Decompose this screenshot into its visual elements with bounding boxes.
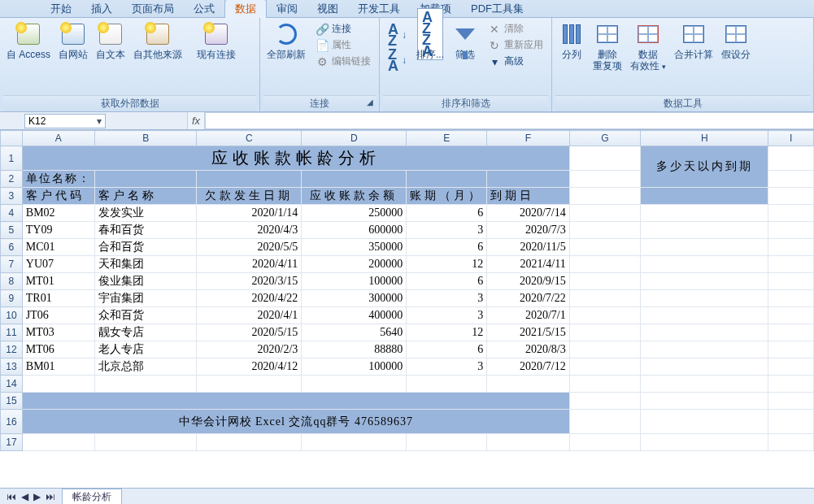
cell[interactable]: 100000 xyxy=(302,273,407,290)
row-header-1[interactable]: 1 xyxy=(1,146,23,171)
cell[interactable] xyxy=(22,376,94,393)
name-box[interactable]: K12▾ xyxy=(24,114,106,128)
cell[interactable]: 2020/9/15 xyxy=(487,273,570,290)
cell[interactable] xyxy=(94,171,197,188)
cell[interactable] xyxy=(768,146,814,171)
cell[interactable]: 2020/11/5 xyxy=(487,239,570,256)
cell[interactable]: 应收账款余额 xyxy=(302,188,407,205)
row-header-6[interactable]: 6 xyxy=(1,239,23,256)
cell[interactable] xyxy=(487,376,570,393)
row-header-11[interactable]: 11 xyxy=(1,324,23,341)
cell[interactable]: 2020/7/22 xyxy=(487,290,570,307)
cell[interactable]: BM01 xyxy=(22,358,94,376)
ribbon-tab-2[interactable]: 页面布局 xyxy=(122,0,184,18)
cell[interactable]: MT03 xyxy=(22,324,94,341)
cell[interactable] xyxy=(569,205,641,222)
consolidate-button[interactable]: 合并计算 xyxy=(671,20,716,62)
cell[interactable] xyxy=(641,290,768,307)
cell[interactable]: 2020/5/15 xyxy=(197,324,302,341)
column-header-B[interactable]: B xyxy=(94,131,197,146)
cell[interactable]: 12 xyxy=(407,256,487,273)
cell[interactable]: 中华会计网校 Excel 交流qq群号 476589637 xyxy=(22,410,569,434)
cell[interactable] xyxy=(641,205,768,222)
cell[interactable] xyxy=(197,376,302,393)
column-header-A[interactable]: A xyxy=(22,131,94,146)
cell[interactable]: 账期（月） xyxy=(407,188,487,205)
cell[interactable]: 6 xyxy=(407,341,487,358)
row-header-4[interactable]: 4 xyxy=(1,205,23,222)
cell[interactable]: 春和百货 xyxy=(94,222,197,239)
cell[interactable]: 俊业集团 xyxy=(94,273,197,290)
row-header-3[interactable]: 3 xyxy=(1,188,23,205)
cell[interactable]: 2020/5/5 xyxy=(197,239,302,256)
cell[interactable]: 2021/4/11 xyxy=(487,256,570,273)
cell[interactable] xyxy=(641,341,768,358)
cell[interactable]: 3 xyxy=(407,307,487,324)
cell[interactable]: 2020/7/14 xyxy=(487,205,570,222)
ribbon-tab-0[interactable]: 开始 xyxy=(41,0,81,18)
cell[interactable] xyxy=(22,393,569,410)
advanced-filter-item[interactable]: ▾高级 xyxy=(486,54,545,69)
connections-item[interactable]: 🔗连接 xyxy=(314,21,372,37)
cell[interactable]: 3 xyxy=(407,290,487,307)
cell[interactable] xyxy=(641,410,768,434)
cell[interactable]: MC01 xyxy=(22,239,94,256)
cell[interactable] xyxy=(768,324,814,341)
cell[interactable]: 客户名称 xyxy=(94,188,197,205)
cell[interactable]: 2020/4/3 xyxy=(197,222,302,239)
sheet-nav-prev[interactable]: ◀ xyxy=(20,491,30,502)
cell[interactable] xyxy=(569,171,641,188)
cell[interactable] xyxy=(768,376,814,393)
sort-asc-button[interactable]: AZ↓ xyxy=(386,23,408,47)
cell[interactable] xyxy=(641,222,768,239)
cell[interactable]: 2020/1/14 xyxy=(197,205,302,222)
row-header-17[interactable]: 17 xyxy=(1,434,23,451)
cell[interactable]: TR01 xyxy=(22,290,94,307)
cell[interactable]: 2020/7/1 xyxy=(487,307,570,324)
cell[interactable]: 2021/5/15 xyxy=(487,324,570,341)
column-header-I[interactable]: I xyxy=(768,131,814,146)
ribbon-tab-9[interactable]: PDF工具集 xyxy=(461,0,533,18)
cell[interactable] xyxy=(569,273,641,290)
cell[interactable] xyxy=(22,434,94,451)
cell[interactable]: 2020/2/3 xyxy=(197,341,302,358)
cell[interactable] xyxy=(94,434,197,451)
cell[interactable]: 100000 xyxy=(302,358,407,376)
row-header-14[interactable]: 14 xyxy=(1,376,23,393)
cell[interactable]: 众和百货 xyxy=(94,307,197,324)
remove-duplicates-button[interactable]: 删除重复项 xyxy=(590,20,625,73)
data-validation-button[interactable]: 数据有效性 ▾ xyxy=(627,20,669,74)
cell[interactable] xyxy=(641,239,768,256)
cell[interactable]: TY09 xyxy=(22,222,94,239)
cell[interactable]: 2020/4/12 xyxy=(197,358,302,376)
cell[interactable]: 发发实业 xyxy=(94,205,197,222)
cell[interactable]: 3 xyxy=(407,222,487,239)
cell[interactable] xyxy=(407,434,487,451)
cell[interactable]: 200000 xyxy=(302,256,407,273)
cell[interactable] xyxy=(569,290,641,307)
sheet-tab[interactable]: 帐龄分析 xyxy=(62,489,122,505)
sort-button[interactable]: A ZZ A排序... xyxy=(413,20,447,62)
cell[interactable] xyxy=(768,341,814,358)
cell[interactable]: BM02 xyxy=(22,205,94,222)
cell[interactable] xyxy=(768,222,814,239)
column-header-E[interactable]: E xyxy=(407,131,487,146)
cell[interactable] xyxy=(768,410,814,434)
cell[interactable] xyxy=(641,393,768,410)
formula-bar[interactable] xyxy=(205,112,814,129)
cell[interactable]: 2020/7/3 xyxy=(487,222,570,239)
cell[interactable] xyxy=(768,307,814,324)
column-header-H[interactable]: H xyxy=(641,131,768,146)
cell[interactable]: 350000 xyxy=(302,239,407,256)
cell[interactable] xyxy=(569,410,641,434)
fx-button[interactable]: fx xyxy=(187,112,205,129)
cell[interactable] xyxy=(768,171,814,188)
cell[interactable] xyxy=(569,188,641,205)
cell[interactable] xyxy=(569,324,641,341)
cell[interactable]: MT01 xyxy=(22,273,94,290)
filter-button[interactable]: 筛选 xyxy=(449,20,481,62)
cell[interactable] xyxy=(768,205,814,222)
cell[interactable]: 6 xyxy=(407,205,487,222)
sheet-nav-next[interactable]: ▶ xyxy=(32,491,42,502)
cell[interactable] xyxy=(569,358,641,376)
